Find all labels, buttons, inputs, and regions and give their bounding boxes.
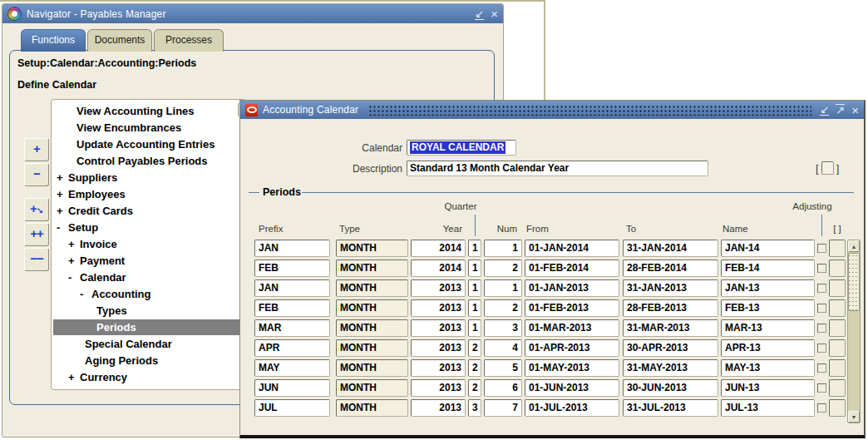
tree-item-suppliers[interactable]: +Suppliers: [52, 170, 245, 185]
tree-item-control-payables-periods[interactable]: Control Payables Periods: [52, 153, 245, 169]
tree-item-invoice[interactable]: +Invoice: [52, 236, 245, 252]
cell-year[interactable]: 2013: [411, 399, 466, 417]
adjusting-checkbox[interactable]: [817, 344, 826, 353]
tab-processes[interactable]: Processes: [154, 29, 224, 52]
row-flexfield[interactable]: [829, 319, 846, 337]
cell-quarter[interactable]: 1: [468, 299, 481, 317]
minimize-icon[interactable]: ↙: [820, 104, 829, 116]
cell-quarter[interactable]: 1: [468, 240, 481, 257]
cell-name[interactable]: MAY-13: [721, 359, 815, 377]
adjusting-checkbox[interactable]: [817, 363, 826, 373]
tree-item-calendar[interactable]: -Calendar: [52, 269, 245, 285]
scrollbar-down-button[interactable]: ▼: [848, 411, 860, 423]
cell-from[interactable]: 01-JUL-2013: [525, 399, 619, 417]
cell-name[interactable]: JUN-13: [721, 379, 815, 397]
tree-expand-sign[interactable]: +: [68, 369, 75, 385]
row-flexfield[interactable]: [829, 399, 846, 417]
cell-type[interactable]: MONTH: [336, 339, 408, 357]
cell-from[interactable]: 01-JAN-2013: [525, 279, 619, 297]
cell-to[interactable]: 31-JAN-2013: [623, 279, 718, 297]
cell-type[interactable]: MONTH: [336, 359, 408, 377]
cell-name[interactable]: APR-13: [721, 339, 815, 357]
adjusting-checkbox[interactable]: [817, 403, 826, 413]
tree-item-periods[interactable]: Periods: [52, 319, 245, 335]
cell-num[interactable]: 1: [484, 279, 522, 297]
cell-quarter[interactable]: 2: [468, 379, 481, 397]
adjusting-checkbox[interactable]: [817, 264, 826, 273]
cell-name[interactable]: JAN-13: [721, 279, 815, 297]
cell-prefix[interactable]: MAR: [254, 319, 330, 337]
cell-num[interactable]: 6: [484, 379, 522, 397]
adjusting-checkbox[interactable]: [817, 324, 826, 333]
cell-prefix[interactable]: FEB: [254, 260, 330, 277]
tree-item-aging-periods[interactable]: Aging Periods: [52, 353, 245, 368]
row-flexfield[interactable]: [829, 240, 846, 257]
cell-quarter[interactable]: 2: [468, 339, 481, 357]
cell-year[interactable]: 2013: [411, 299, 466, 317]
cell-from[interactable]: 01-MAR-2013: [525, 319, 619, 337]
row-flexfield[interactable]: [829, 260, 846, 277]
cell-name[interactable]: JAN-14: [721, 240, 815, 257]
tree-item-payment[interactable]: +Payment: [52, 253, 245, 269]
cell-from[interactable]: 01-FEB-2013: [525, 299, 619, 317]
cell-num[interactable]: 5: [484, 359, 522, 377]
row-flexfield[interactable]: [829, 379, 846, 397]
tree-item-t[interactable]: T: [52, 386, 245, 390]
tree-expand-sign[interactable]: +: [57, 203, 63, 219]
cell-quarter[interactable]: 1: [468, 319, 481, 337]
cell-quarter[interactable]: 2: [468, 359, 481, 377]
calendar-field[interactable]: ROYAL CALENDAR: [407, 140, 516, 156]
cell-year[interactable]: 2014: [411, 260, 466, 277]
row-flexfield[interactable]: [829, 359, 846, 377]
tree-expand-sign[interactable]: +: [68, 253, 75, 269]
tree-collapse-sign[interactable]: -: [57, 220, 60, 235]
navigator-titlebar[interactable]: Navigator - Payables Manager ↙ ×: [2, 4, 503, 23]
tree-collapse-sign[interactable]: -: [80, 286, 83, 302]
cell-year[interactable]: 2014: [411, 240, 466, 257]
cell-type[interactable]: MONTH: [336, 319, 408, 337]
tree-item-currency[interactable]: +Currency: [52, 369, 245, 385]
scrollbar-thumb[interactable]: [848, 253, 860, 311]
cell-name[interactable]: FEB-13: [721, 299, 815, 317]
cell-quarter[interactable]: 1: [468, 279, 481, 297]
cell-to[interactable]: 28-FEB-2013: [623, 299, 718, 317]
cell-from[interactable]: 01-JUN-2013: [525, 379, 619, 397]
tree-expand-sign[interactable]: +: [68, 236, 75, 252]
cell-prefix[interactable]: JUN: [254, 379, 330, 397]
cell-quarter[interactable]: 1: [468, 260, 481, 277]
cell-num[interactable]: 7: [484, 399, 522, 417]
flexfield-box[interactable]: [821, 161, 834, 175]
cell-name[interactable]: MAR-13: [721, 319, 815, 337]
cell-name[interactable]: FEB-14: [721, 260, 815, 277]
scrollbar-up-button[interactable]: ▲: [848, 240, 860, 252]
cell-to[interactable]: 31-JAN-2014: [623, 240, 718, 257]
tree-collapse-sign[interactable]: -: [68, 269, 72, 285]
cell-num[interactable]: 2: [484, 299, 522, 317]
cell-prefix[interactable]: APR: [254, 339, 330, 357]
cell-type[interactable]: MONTH: [336, 279, 408, 297]
minimize-icon[interactable]: ↙: [475, 8, 484, 20]
cell-year[interactable]: 2013: [411, 279, 466, 297]
cell-from[interactable]: 01-FEB-2014: [525, 260, 619, 277]
tree-item-setup[interactable]: -Setup: [52, 220, 245, 235]
cell-type[interactable]: MONTH: [336, 299, 408, 317]
cell-num[interactable]: 3: [484, 319, 522, 337]
maximize-icon[interactable]: ↗: [836, 104, 845, 116]
tree-item-special-calendar[interactable]: Special Calendar: [52, 336, 245, 352]
close-icon[interactable]: ×: [491, 8, 498, 19]
cell-name[interactable]: JUL-13: [721, 399, 815, 417]
table-scrollbar[interactable]: ▲ ▼: [847, 240, 861, 423]
cell-year[interactable]: 2013: [411, 359, 466, 377]
tab-functions[interactable]: Functions: [21, 29, 86, 52]
adjusting-checkbox[interactable]: [817, 304, 826, 313]
close-icon[interactable]: ×: [851, 105, 859, 116]
cell-to[interactable]: 31-MAR-2013: [623, 319, 718, 337]
cell-to[interactable]: 30-JUN-2013: [623, 379, 718, 397]
tab-documents[interactable]: Documents: [87, 29, 152, 52]
cell-from[interactable]: 01-MAY-2013: [525, 359, 619, 377]
cell-prefix[interactable]: MAY: [254, 359, 330, 377]
cell-from[interactable]: 01-JAN-2014: [525, 240, 619, 257]
tree-item-credit-cards[interactable]: +Credit Cards: [52, 203, 245, 219]
cell-to[interactable]: 30-APR-2013: [623, 339, 718, 357]
cell-prefix[interactable]: JUL: [254, 399, 330, 417]
